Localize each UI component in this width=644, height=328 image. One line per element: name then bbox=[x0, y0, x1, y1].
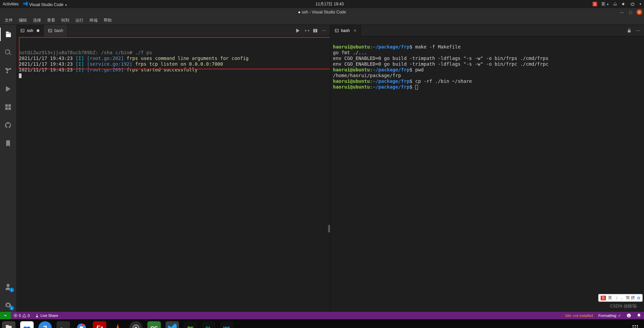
terminal-line: oot@iZwz913vjju8a78ucb789bZ: /sha c/bin#… bbox=[19, 50, 152, 55]
tab-label: ssh bbox=[27, 28, 33, 33]
topbar-app-label: Visual Studio Code bbox=[29, 2, 64, 7]
run-icon[interactable] bbox=[295, 28, 300, 33]
editor-group: ssh bash ＋▾ ⋯ oot@iZwz913vjju8a78ucb789b… bbox=[16, 25, 644, 312]
dock-software[interactable] bbox=[20, 321, 34, 328]
dock-vlc[interactable] bbox=[111, 321, 124, 328]
terminal-line: haorui@ubuntu:~/package/frp$ pwd bbox=[333, 67, 424, 72]
activity-explorer[interactable] bbox=[0, 28, 16, 41]
dock-show-apps[interactable] bbox=[629, 321, 642, 328]
terminal-icon bbox=[334, 28, 339, 33]
status-formatting[interactable]: Formatting: ✓ bbox=[596, 312, 624, 319]
window-titlebar: ● ssh - Visual Studio Code — ▢ ✕ bbox=[0, 8, 644, 16]
split-editor-icon[interactable] bbox=[313, 28, 318, 33]
chevron-down-icon[interactable]: ▾ bbox=[640, 2, 641, 6]
network-icon[interactable] bbox=[613, 2, 617, 6]
svg-point-11 bbox=[637, 325, 638, 327]
status-feedback-icon[interactable] bbox=[624, 312, 634, 319]
status-errors[interactable]: 0 0 bbox=[11, 312, 32, 319]
terminal-line: go fmt ./... bbox=[333, 50, 367, 55]
tab-actions-right: ⋯ bbox=[623, 28, 644, 33]
dirty-dot-icon: ● bbox=[298, 10, 300, 14]
moon-icon: ☽ bbox=[614, 296, 618, 300]
new-tab-icon[interactable]: ＋▾ bbox=[304, 28, 309, 33]
ime-lang-indicator[interactable]: 英 ▾ bbox=[601, 1, 609, 7]
tabbar-right: bash ✕ ⋯ bbox=[330, 25, 644, 36]
activities-button[interactable]: Activities bbox=[3, 2, 19, 6]
scrollbar[interactable] bbox=[328, 225, 330, 232]
status-bell-icon[interactable] bbox=[634, 312, 644, 319]
menu-go[interactable]: 转到 bbox=[59, 17, 72, 24]
dock-qtcreator[interactable]: QC bbox=[147, 321, 161, 328]
dock-chrome[interactable] bbox=[75, 321, 88, 328]
gnome-dock: ? >_ Fz QC PC CL WS bbox=[0, 319, 644, 328]
dock-help[interactable]: ? bbox=[38, 321, 52, 328]
terminal-line: /home/haorui/package/frp bbox=[333, 73, 401, 78]
lock-icon[interactable] bbox=[627, 28, 632, 33]
menu-run[interactable]: 运行 bbox=[73, 17, 86, 24]
terminal-left[interactable]: oot@iZwz913vjju8a78ucb789bZ: /sha c/bin#… bbox=[16, 36, 330, 312]
menu-file[interactable]: 文件 bbox=[2, 17, 15, 24]
tab-ssh[interactable]: ssh bbox=[16, 25, 44, 36]
menu-terminal[interactable]: 终端 bbox=[87, 17, 100, 24]
power-icon[interactable] bbox=[630, 2, 635, 6]
menubar: 文件 编辑 选择 查看 转到 运行 终端 帮助 bbox=[0, 16, 644, 25]
status-live-share[interactable]: Live Share bbox=[32, 312, 61, 319]
activity-search[interactable] bbox=[0, 46, 16, 59]
sogou-brand-icon: S bbox=[601, 296, 606, 300]
dirty-dot-icon bbox=[37, 29, 39, 32]
dock-clion[interactable]: CL bbox=[202, 321, 215, 328]
badge: 1 bbox=[9, 288, 14, 292]
dock-vscode[interactable] bbox=[166, 321, 179, 328]
menu-help[interactable]: 帮助 bbox=[101, 17, 114, 24]
topbar-app[interactable]: Visual Studio Code ▾ bbox=[23, 1, 67, 7]
main-area: 1 1 ssh bash ＋▾ bbox=[0, 25, 644, 312]
more-icon[interactable]: ⋯ bbox=[635, 28, 641, 33]
activity-account[interactable]: 1 bbox=[0, 280, 16, 294]
activity-run-debug[interactable] bbox=[0, 82, 16, 96]
dock-pycharm[interactable]: PC bbox=[184, 321, 197, 328]
topbar-datetime[interactable]: 11月17日 19:43 bbox=[67, 1, 593, 7]
terminal-line: 2021/11/17 19:43:23 [I] [root.go:209] fr… bbox=[19, 67, 198, 72]
more-icon[interactable]: ⋯ bbox=[321, 28, 327, 33]
terminal-line: haorui@ubuntu:~/package/frp$ bbox=[333, 84, 418, 90]
tab-label: bash bbox=[55, 28, 63, 33]
gnome-topbar: Activities Visual Studio Code ▾ 11月17日 1… bbox=[0, 0, 644, 8]
terminal-icon bbox=[48, 28, 52, 33]
svg-point-9 bbox=[633, 325, 634, 327]
activity-github[interactable] bbox=[0, 119, 16, 132]
dock-filezilla[interactable]: Fz bbox=[93, 321, 106, 328]
terminal-line: haorui@ubuntu:~/package/frp$ cp -rf ./bi… bbox=[333, 78, 472, 84]
activity-extensions[interactable] bbox=[0, 100, 16, 114]
ime-mode: 简 拼 bbox=[626, 295, 635, 301]
tab-bash-right[interactable]: bash ✕ bbox=[330, 25, 361, 36]
terminal-line: 2021/11/17 19:43:23 [I] [service.go:192]… bbox=[19, 61, 223, 67]
activity-bookmarks[interactable] bbox=[0, 137, 16, 150]
close-tab-icon[interactable]: ✕ bbox=[353, 28, 357, 33]
volume-icon[interactable] bbox=[621, 2, 626, 6]
sogou-icon[interactable]: S bbox=[593, 2, 597, 6]
editor-pane-left: ssh bash ＋▾ ⋯ oot@iZwz913vjju8a78ucb789b… bbox=[16, 25, 330, 312]
terminal-right[interactable]: haorui@ubuntu:~/package/frp$ make -f Mak… bbox=[330, 36, 644, 312]
menu-selection[interactable]: 选择 bbox=[30, 17, 44, 24]
menu-view[interactable]: 查看 bbox=[44, 17, 58, 24]
terminal-line: haorui@ubuntu:~/package/frp$ make -f Mak… bbox=[333, 44, 461, 50]
dock-terminal[interactable]: >_ bbox=[57, 321, 70, 328]
terminal-line: 2021/11/17 19:43:23 [I] [root.go:202] fr… bbox=[19, 56, 249, 61]
close-button[interactable]: ✕ bbox=[637, 9, 642, 15]
terminal-line: env CGO_ENABLED=0 go build -trimpath -ld… bbox=[333, 61, 549, 67]
gear-icon[interactable]: ✿ bbox=[637, 296, 640, 300]
maximize-button[interactable]: ▢ bbox=[628, 9, 633, 15]
tab-bash[interactable]: bash bbox=[44, 25, 68, 36]
ime-popup[interactable]: S 英 ☽ ， 简 拼 ✿ bbox=[598, 294, 643, 302]
status-kite[interactable]: kite: not installed bbox=[563, 312, 596, 319]
dock-webstorm[interactable]: WS bbox=[220, 321, 234, 328]
dock-files[interactable] bbox=[2, 321, 15, 328]
remote-indicator[interactable] bbox=[0, 312, 11, 319]
activity-source-control[interactable] bbox=[0, 64, 16, 77]
minimize-button[interactable]: — bbox=[619, 9, 624, 15]
dock-obs[interactable] bbox=[129, 321, 143, 328]
terminal-line: env CGO_ENABLED=0 go build -trimpath -ld… bbox=[333, 56, 549, 61]
activity-settings[interactable]: 1 bbox=[0, 298, 16, 312]
menu-edit[interactable]: 编辑 bbox=[16, 17, 30, 24]
ime-lang: 英 bbox=[608, 295, 612, 301]
